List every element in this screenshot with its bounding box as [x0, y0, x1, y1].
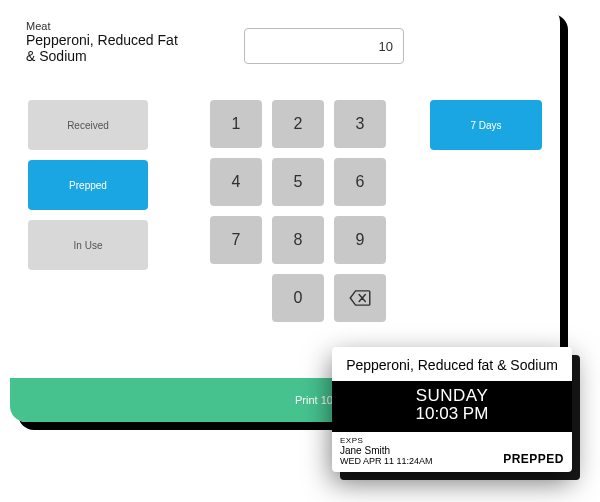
label-expiry-day: SUNDAY [336, 387, 568, 404]
backspace-icon [349, 290, 371, 306]
keypad-7[interactable]: 7 [210, 216, 262, 264]
keypad-9[interactable]: 9 [334, 216, 386, 264]
keypad-5[interactable]: 5 [272, 158, 324, 206]
status-inuse-button[interactable]: In Use [28, 220, 148, 270]
status-received-button[interactable]: Received [28, 100, 148, 150]
printed-label-preview: Pepperoni, Reduced fat & Sodium SUNDAY 1… [332, 347, 572, 472]
keypad-backspace[interactable] [334, 274, 386, 322]
shelf-life-button[interactable]: 7 Days [430, 100, 542, 150]
keypad-4[interactable]: 4 [210, 158, 262, 206]
label-expiry-time: 10:03 PM [336, 404, 568, 424]
keypad-0[interactable]: 0 [272, 274, 324, 322]
right-column: 7 Days [430, 100, 542, 150]
keypad-8[interactable]: 8 [272, 216, 324, 264]
quantity-input[interactable] [244, 28, 404, 64]
status-prepped-button[interactable]: Prepped [28, 160, 148, 210]
numeric-keypad: 1 2 3 4 5 6 7 8 9 0 [210, 100, 386, 322]
product-name: Pepperoni, Reduced Fat & Sodium [26, 32, 186, 64]
label-exps-label: EXPS [340, 436, 564, 445]
keypad-6[interactable]: 6 [334, 158, 386, 206]
label-product-title: Pepperoni, Reduced fat & Sodium [332, 347, 572, 381]
keypad-1[interactable]: 1 [210, 100, 262, 148]
label-expiry-block: SUNDAY 10:03 PM [332, 381, 572, 432]
keypad-2[interactable]: 2 [272, 100, 324, 148]
label-footer: EXPS Jane Smith WED APR 11 11:24AM PREPP… [332, 432, 572, 472]
status-column: Received Prepped In Use [28, 100, 148, 270]
label-status: PREPPED [503, 452, 564, 466]
keypad-3[interactable]: 3 [334, 100, 386, 148]
